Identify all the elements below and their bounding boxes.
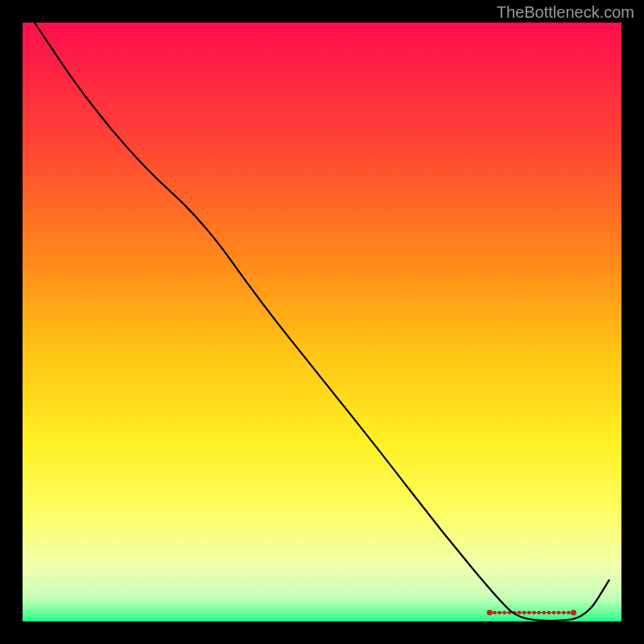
svg-point-7 — [518, 611, 521, 614]
svg-point-9 — [527, 611, 530, 614]
svg-point-15 — [557, 611, 560, 614]
svg-point-12 — [543, 611, 546, 614]
svg-point-8 — [522, 611, 526, 614]
chart-plot — [23, 23, 621, 621]
svg-point-10 — [532, 611, 535, 614]
svg-point-4 — [503, 611, 506, 614]
svg-point-1 — [487, 610, 493, 616]
watermark: TheBottleneck.com — [497, 3, 634, 22]
svg-point-13 — [547, 611, 551, 614]
svg-point-3 — [497, 611, 501, 614]
svg-point-17 — [567, 611, 570, 614]
svg-point-2 — [493, 611, 496, 614]
chart-background — [23, 23, 621, 621]
svg-point-14 — [552, 611, 555, 614]
svg-point-11 — [537, 611, 540, 614]
svg-point-18 — [571, 610, 576, 616]
svg-point-16 — [562, 611, 565, 614]
